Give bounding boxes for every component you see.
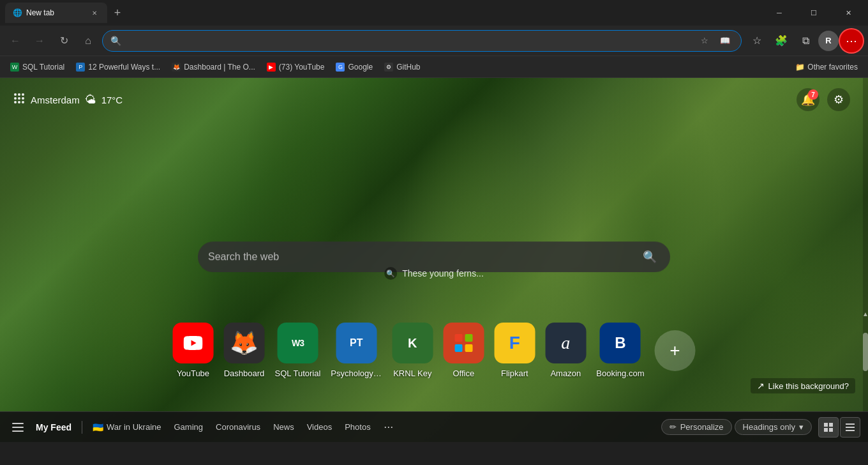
bookmark-youtube-label: (73) YouTube xyxy=(279,63,325,72)
forward-button[interactable]: → xyxy=(29,31,50,51)
quick-link-krnl-icon: K xyxy=(392,323,433,363)
feed-ukraine[interactable]: 🇺🇦 War in Ukraine xyxy=(87,420,166,435)
quick-link-booking[interactable]: B Booking.com xyxy=(596,323,644,378)
scrollbar[interactable] xyxy=(863,78,868,442)
add-site-button[interactable]: + xyxy=(654,330,695,371)
my-feed-label[interactable]: My Feed xyxy=(31,422,77,432)
newtab-top: Amsterdam 🌤 17°C 🔔 7 ⚙ xyxy=(0,78,863,121)
scrollbar-thumb[interactable] xyxy=(863,333,868,371)
svg-point-8 xyxy=(22,101,24,103)
svg-point-4 xyxy=(18,97,20,100)
quick-link-dashboard[interactable]: 🦊 Dashboard xyxy=(224,323,265,378)
bookmark-youtube-favicon: ▶ xyxy=(267,63,276,72)
feed-photos[interactable]: Photos xyxy=(340,420,375,434)
bookmark-sql[interactable]: W SQL Tutorial xyxy=(5,59,70,75)
feed-news-label: News xyxy=(273,422,294,432)
bottom-bar: My Feed 🇺🇦 War in Ukraine Gaming Coronav… xyxy=(0,411,868,442)
settings-more-button[interactable]: ⋯ xyxy=(840,29,863,52)
title-bar: 🌐 New tab ✕ + ─ ☐ ✕ xyxy=(0,0,868,26)
more-feed-button[interactable]: ··· xyxy=(378,417,399,438)
notifications-button[interactable]: 🔔 7 xyxy=(797,88,819,111)
maximize-button[interactable]: ☐ xyxy=(799,3,828,23)
personalize-button[interactable]: ✏ Personalize xyxy=(661,419,732,435)
bookmark-youtube[interactable]: ▶ (73) YouTube xyxy=(262,59,330,75)
notification-badge: 7 xyxy=(808,89,818,100)
address-search-icon: 🔍 xyxy=(110,36,121,46)
feed-coronavirus-label: Coronavirus xyxy=(216,422,260,432)
newtab-top-right: 🔔 7 ⚙ xyxy=(797,88,850,111)
quick-link-booking-label: Booking.com xyxy=(596,369,644,378)
temperature: 17°C xyxy=(101,95,123,105)
svg-rect-9 xyxy=(454,334,462,342)
quick-link-krnl[interactable]: K KRNL Key xyxy=(392,323,433,378)
home-button[interactable]: ⌂ xyxy=(78,31,98,51)
feed-coronavirus[interactable]: Coronavirus xyxy=(211,420,266,434)
split-screen-button[interactable]: ⧉ xyxy=(794,29,817,52)
personalize-icon: ✏ xyxy=(670,422,677,432)
bookmark-powerful[interactable]: P 12 Powerful Ways t... xyxy=(71,59,165,75)
bookmark-powerful-favicon: P xyxy=(76,63,85,72)
svg-rect-10 xyxy=(465,334,472,342)
bookmark-dashboard-label: Dashboard | The O... xyxy=(184,63,255,72)
page-settings-button[interactable]: ⚙ xyxy=(827,88,850,111)
quick-link-flipkart[interactable]: F Flipkart xyxy=(494,323,535,378)
quick-link-psychology[interactable]: PT Psychology T... xyxy=(331,323,382,378)
quick-link-youtube-icon xyxy=(173,323,214,363)
quick-link-amazon[interactable]: a Amazon xyxy=(545,323,586,378)
search-button[interactable]: 🔍 xyxy=(640,247,660,267)
url-input[interactable] xyxy=(126,36,691,46)
nav-bar: ← → ↻ ⌂ 🔍 ☆ 📖 ☆ 🧩 ⧉ R ⋯ xyxy=(0,26,868,56)
quick-link-krnl-label: KRNL Key xyxy=(393,369,431,378)
other-favorites-icon: 📁 xyxy=(795,63,805,72)
other-favorites-label: Other favorites xyxy=(807,63,858,72)
weather-widget: Amsterdam 🌤 17°C xyxy=(13,92,123,108)
bookmark-google[interactable]: G Google xyxy=(331,59,378,75)
quick-link-psychology-label: Psychology T... xyxy=(331,369,382,378)
favorites-star-icon[interactable]: ☆ xyxy=(696,33,713,49)
bookmark-dashboard-favicon: 🦊 xyxy=(172,63,181,72)
quick-link-office[interactable]: Office xyxy=(443,323,484,378)
refresh-button[interactable]: ↻ xyxy=(54,31,74,51)
address-bar[interactable]: 🔍 ☆ 📖 xyxy=(102,30,742,52)
active-tab[interactable]: 🌐 New tab ✕ xyxy=(5,3,107,23)
list-view-button[interactable] xyxy=(840,417,860,438)
headings-dropdown[interactable]: Headings only ▾ xyxy=(735,419,812,435)
quick-link-amazon-icon: a xyxy=(545,323,586,363)
new-tab-button[interactable]: + xyxy=(108,4,126,22)
quick-link-sql[interactable]: W3 SQL Tutorial xyxy=(275,323,321,378)
other-favorites[interactable]: 📁 Other favorites xyxy=(790,59,863,75)
toolbar-icons: ☆ 🧩 ⧉ R ⋯ xyxy=(745,29,863,52)
svg-point-7 xyxy=(18,101,20,103)
back-button[interactable]: ← xyxy=(5,31,26,51)
feed-videos-label: Videos xyxy=(307,422,333,432)
profile-button[interactable]: R xyxy=(818,31,839,51)
favorites-toolbar-button[interactable]: ☆ xyxy=(745,29,768,52)
scroll-up-button[interactable]: ▲ xyxy=(863,307,868,320)
grid-view-button[interactable] xyxy=(818,417,839,438)
feed-gaming[interactable]: Gaming xyxy=(169,420,209,434)
close-button[interactable]: ✕ xyxy=(834,3,863,23)
like-background[interactable]: ↗ Like this background? xyxy=(751,378,855,393)
bookmark-dashboard[interactable]: 🦊 Dashboard | The O... xyxy=(167,59,260,75)
quick-link-youtube[interactable]: YouTube xyxy=(173,323,214,378)
apps-grid-button[interactable] xyxy=(13,92,26,108)
tab-close-btn[interactable]: ✕ xyxy=(89,8,100,18)
image-caption[interactable]: 🔍 These young ferns... xyxy=(384,267,484,280)
bookmark-github[interactable]: ⚙ GitHub xyxy=(379,59,425,75)
extensions-button[interactable]: 🧩 xyxy=(770,29,793,52)
tab-label: New tab xyxy=(26,8,54,17)
address-right-icons: ☆ 📖 xyxy=(696,33,733,49)
view-buttons xyxy=(818,417,860,438)
minimize-button[interactable]: ─ xyxy=(765,3,794,23)
newtab-page: Amsterdam 🌤 17°C 🔔 7 ⚙ 🔍 🔍 These young f… xyxy=(0,78,868,442)
bookmark-github-favicon: ⚙ xyxy=(384,63,393,72)
hamburger-menu[interactable] xyxy=(8,417,28,438)
reading-view-icon[interactable]: 📖 xyxy=(717,33,733,49)
feed-videos[interactable]: Videos xyxy=(302,420,338,434)
svg-rect-12 xyxy=(465,344,472,352)
feed-news[interactable]: News xyxy=(268,420,299,434)
search-input[interactable] xyxy=(208,251,633,263)
feed-divider xyxy=(82,421,82,434)
quick-link-office-icon xyxy=(443,323,484,363)
city-name: Amsterdam xyxy=(31,95,80,105)
